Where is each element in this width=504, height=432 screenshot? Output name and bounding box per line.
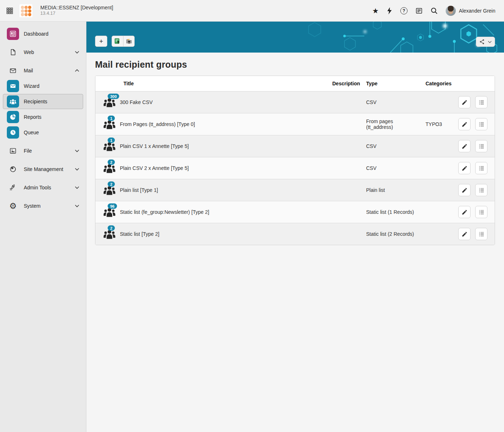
page-title: Mail recipient groups [95,59,495,70]
edit-button[interactable] [458,140,471,152]
edit-button[interactable] [458,206,471,218]
recipient-group-icon: 2 [103,185,116,195]
pencil-icon [462,121,468,127]
grid-icon [6,8,13,14]
record-list-button[interactable] [475,184,487,196]
edit-button[interactable] [458,184,471,196]
record-list-button[interactable] [475,228,487,240]
recipient-group-icon: 96 [103,207,116,217]
table-row: 2 Plain list [Type 1] Plain list [95,179,495,201]
user-name: Alexander Grein [459,8,495,14]
pencil-icon [462,99,468,105]
recipient-group-icon: 2 [103,163,116,174]
csv-import-button[interactable] [112,36,123,46]
pencil-icon [462,209,468,215]
import-wizard-button[interactable] [123,36,134,46]
systeminfo-button[interactable] [415,7,423,14]
edit-button[interactable] [458,228,471,240]
sidebar-item-web[interactable]: Web [3,45,83,60]
group-type: Plain list [360,187,419,193]
column-header-description: Description [317,81,360,86]
recipient-count-badge: 2 [108,225,115,231]
recipient-groups-table: Title Description Type Categories 300 [95,76,495,245]
mail-icon [7,64,19,77]
bookmarks-button[interactable]: ★ [372,7,379,14]
recipient-count-badge: 96 [108,203,117,209]
import-button-group [112,36,135,47]
recipient-count-badge: 1 [108,116,115,121]
modules-grid-button[interactable] [6,8,13,14]
sidebar-item-queue[interactable]: Queue [3,125,83,140]
group-title: Static list [Type 2] [120,231,159,237]
sidebar-item-label: Web [24,49,34,55]
record-list-icon [478,143,485,149]
user-menu[interactable]: Alexander Grein [446,6,495,16]
search-button[interactable] [431,7,438,14]
table-row: 96 Static list (fe_group:Newsletter) [Ty… [95,201,495,223]
group-title: Plain CSV 2 x Annette [Type 5] [120,165,189,171]
sidebar-item-dashboard[interactable]: Dashboard [3,26,83,41]
record-list-button[interactable] [475,162,487,174]
recipient-table-body: 300 300 Fake CSV CSV [95,91,495,245]
recipient-count-badge: 2 [108,159,115,165]
record-list-button[interactable] [475,118,487,130]
chevron-down-icon [75,186,79,189]
share-icon [479,39,485,45]
dashboard-icon [7,28,19,40]
group-title: Plain list [Type 1] [120,187,158,193]
group-type: CSV [360,99,419,105]
column-header-type: Type [360,81,419,86]
edit-button[interactable] [458,118,471,130]
group-title: Plain CSV 1 x Annette [Type 5] [120,143,189,149]
chevron-down-icon [75,51,79,54]
sidebar-item-mail[interactable]: Mail [3,63,83,78]
page-icon [7,46,19,58]
pencil-icon [462,187,468,193]
record-list-icon [478,231,485,237]
column-header-title: Title [95,81,317,86]
sidebar-item-admin-tools[interactable]: Admin Tools [3,180,83,195]
table-row: 2 Static list [Type 2] Static list (2 Re… [95,223,495,245]
sidebar-item-recipients[interactable]: Recipients [3,94,83,109]
record-list-button[interactable] [475,206,487,218]
table-row: 1 Plain CSV 1 x Annette [Type 5] CSV [95,135,495,157]
user-avatar [446,6,456,16]
sidebar-item-system[interactable]: ⚙ System [3,198,83,213]
sidebar-item-label: Reports [24,114,41,120]
csv-import-icon [114,38,121,44]
globe-icon [7,163,19,175]
record-list-icon [478,165,485,171]
shortcuts-button[interactable] [387,7,392,14]
app-title: MEDIA::ESSENZ [Development] [40,5,113,11]
share-dropdown-button[interactable] [476,37,495,47]
record-list-button[interactable] [475,96,487,108]
search-icon [431,7,438,14]
recipient-count-badge: 300 [108,94,119,99]
sidebar-item-file[interactable]: File [3,143,83,158]
sidebar-item-label: Mail [24,68,33,73]
sidebar-item-wizard[interactable]: Wizard [3,78,83,94]
record-list-icon [478,99,485,105]
group-title: From Pages (tt_address) [Type 0] [120,121,195,127]
chevron-down-icon [488,41,492,43]
edit-button[interactable] [458,162,471,174]
pencil-icon [462,165,468,171]
table-row: 300 300 Fake CSV CSV [95,91,495,113]
recipient-group-icon: 300 [103,97,116,108]
chevron-down-icon [75,168,79,171]
help-button[interactable]: ? [400,7,408,14]
record-list-button[interactable] [475,140,487,152]
recipient-group-icon: 1 [103,119,116,130]
group-title: Static list (fe_group:Newsletter) [Type … [120,209,209,215]
help-icon: ? [400,7,408,14]
sidebar-item-site-management[interactable]: Site Management [3,162,83,177]
sidebar-item-label: Wizard [24,83,40,89]
reports-pie-icon [7,111,19,123]
edit-button[interactable] [458,96,471,108]
sidebar-item-label: File [24,148,32,154]
circuit-pattern [238,22,504,53]
recipient-count-badge: 2 [108,181,115,187]
pencil-icon [462,231,468,237]
sidebar-item-reports[interactable]: Reports [3,109,83,125]
new-group-button[interactable]: + [95,36,107,47]
